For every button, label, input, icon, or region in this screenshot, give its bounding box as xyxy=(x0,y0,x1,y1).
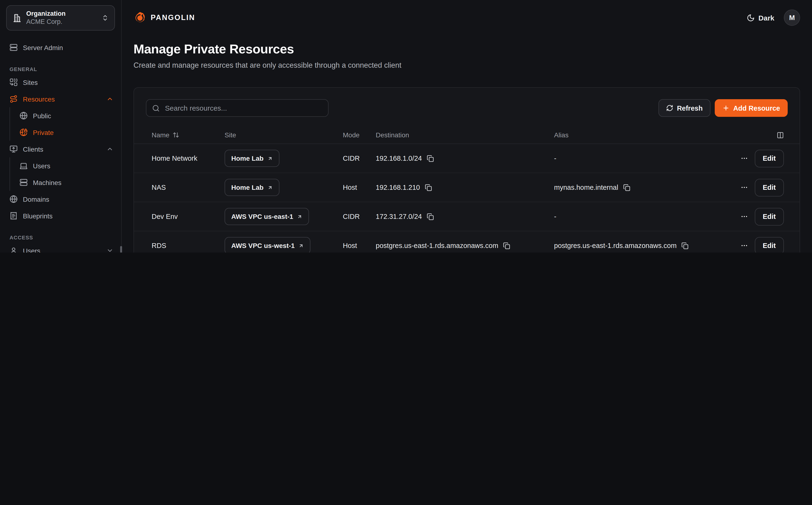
resource-destination: 172.31.27.0/24 xyxy=(376,213,422,220)
sidebar-item-label: Users xyxy=(23,247,40,252)
clients-subnav: Users Machines xyxy=(10,157,114,191)
route-icon xyxy=(10,95,18,103)
sidebar-item-machines[interactable]: Machines xyxy=(20,174,114,191)
resource-destination: postgres.us-east-1.rds.amazonaws.com xyxy=(376,242,498,249)
sidebar-item-client-users[interactable]: Users xyxy=(20,157,114,174)
section-label-general: GENERAL xyxy=(10,65,114,73)
sidebar-item-clients[interactable]: Clients xyxy=(10,141,114,157)
resource-alias: mynas.home.internal xyxy=(554,184,618,191)
chevrons-up-down-icon xyxy=(102,14,109,21)
columns-toggle-button[interactable] xyxy=(777,131,784,139)
resource-alias: postgres.us-east-1.rds.amazonaws.com xyxy=(554,242,676,249)
card-toolbar: Refresh Add Resource xyxy=(146,99,788,117)
theme-toggle[interactable]: Dark xyxy=(747,14,774,22)
site-link[interactable]: Home Lab xyxy=(225,150,279,167)
sidebar-item-resources[interactable]: Resources xyxy=(10,91,114,107)
edit-button[interactable]: Edit xyxy=(755,208,784,225)
server-icon xyxy=(20,178,28,186)
row-menu-button[interactable] xyxy=(740,155,748,162)
add-resource-label: Add Resource xyxy=(733,104,780,112)
chevron-down-icon xyxy=(106,247,114,252)
resource-destination: 192.168.1.210 xyxy=(376,184,420,191)
sidebar-item-label: Server Admin xyxy=(23,44,63,51)
sidebar-item-label: Domains xyxy=(23,195,49,203)
sidebar-item-label: Clients xyxy=(23,145,43,153)
copy-icon[interactable] xyxy=(427,213,434,220)
row-menu-button[interactable] xyxy=(740,242,748,249)
app-window: Organization ACME Corp. Server Admin GEN… xyxy=(0,0,812,252)
search-input[interactable] xyxy=(164,104,322,113)
edit-button[interactable]: Edit xyxy=(755,237,784,252)
resource-mode: Host xyxy=(343,242,376,249)
column-header-name[interactable]: Name xyxy=(152,131,225,139)
column-header-mode: Mode xyxy=(343,131,376,139)
globe-lock-icon xyxy=(20,128,28,136)
site-link[interactable]: AWS VPC us-east-1 xyxy=(225,208,309,225)
resource-alias: - xyxy=(554,213,557,220)
column-header-destination: Destination xyxy=(376,131,554,139)
page-subtitle: Create and manage resources that are onl… xyxy=(134,60,800,70)
resource-alias: - xyxy=(554,155,557,162)
sidebar: Organization ACME Corp. Server Admin GEN… xyxy=(0,0,122,252)
row-menu-button[interactable] xyxy=(740,184,748,191)
add-resource-button[interactable]: Add Resource xyxy=(715,99,788,117)
column-header-site: Site xyxy=(225,131,343,139)
refresh-icon xyxy=(666,105,673,112)
resource-name: Dev Env xyxy=(152,213,225,220)
brand[interactable]: PANGOLIN xyxy=(134,11,195,24)
avatar[interactable]: M xyxy=(784,10,800,26)
site-link[interactable]: AWS VPC us-west-1 xyxy=(225,237,311,252)
pangolin-logo-icon xyxy=(134,11,146,24)
site-link[interactable]: Home Lab xyxy=(225,179,279,196)
copy-icon[interactable] xyxy=(503,242,510,249)
column-header-actions xyxy=(740,131,784,139)
globe-icon xyxy=(10,195,18,203)
copy-icon[interactable] xyxy=(427,155,434,162)
sites-icon xyxy=(10,78,18,86)
chevron-up-icon xyxy=(106,96,114,103)
refresh-label: Refresh xyxy=(677,104,702,112)
resource-mode: CIDR xyxy=(343,213,376,220)
resources-subnav: Public Private xyxy=(10,107,114,141)
plus-icon xyxy=(722,105,729,112)
sidebar-item-blueprints[interactable]: Blueprints xyxy=(10,207,114,224)
sidebar-item-server-admin[interactable]: Server Admin xyxy=(10,39,114,56)
table-row: Home Network Home Lab CIDR 192.168.1.0/2… xyxy=(134,144,800,173)
sidebar-item-private[interactable]: Private xyxy=(20,124,114,141)
row-menu-button[interactable] xyxy=(740,213,748,220)
chevron-up-icon xyxy=(106,145,114,153)
copy-icon[interactable] xyxy=(681,242,688,249)
sidebar-item-public[interactable]: Public xyxy=(20,107,114,124)
edit-button[interactable]: Edit xyxy=(755,150,784,167)
sidebar-resize-handle[interactable] xyxy=(120,246,122,252)
server-icon xyxy=(10,43,18,51)
sidebar-item-sites[interactable]: Sites xyxy=(10,74,114,91)
search-icon xyxy=(152,104,160,112)
resource-mode: Host xyxy=(343,184,376,191)
org-selector[interactable]: Organization ACME Corp. xyxy=(6,5,115,30)
globe-icon xyxy=(20,112,28,120)
table-row: NAS Home Lab Host 192.168.1.210 mynas.ho… xyxy=(134,173,800,202)
arrow-up-right-icon xyxy=(267,156,272,161)
arrow-up-right-icon xyxy=(267,185,272,190)
resources-card: Refresh Add Resource Name xyxy=(134,87,800,252)
copy-icon[interactable] xyxy=(425,184,432,191)
sidebar-item-label: Machines xyxy=(33,179,61,186)
sidebar-item-label: Resources xyxy=(23,95,55,103)
moon-icon xyxy=(747,14,755,22)
sidebar-item-users[interactable]: Users xyxy=(10,242,114,252)
copy-icon[interactable] xyxy=(623,184,630,191)
brand-name: PANGOLIN xyxy=(151,13,195,22)
laptop-icon xyxy=(20,162,28,170)
resource-name: RDS xyxy=(152,242,225,249)
table-row: Dev Env AWS VPC us-east-1 CIDR 172.31.27… xyxy=(134,202,800,231)
main-content: PANGOLIN Dark M Manage Private Resources… xyxy=(122,0,812,252)
edit-button[interactable]: Edit xyxy=(755,179,784,196)
org-selector-label: Organization xyxy=(26,10,65,17)
avatar-initial: M xyxy=(789,14,795,21)
search-box xyxy=(146,99,329,117)
sidebar-item-domains[interactable]: Domains xyxy=(10,191,114,207)
refresh-button[interactable]: Refresh xyxy=(658,99,710,117)
arrow-up-right-icon xyxy=(297,214,302,219)
topbar: PANGOLIN Dark M xyxy=(134,0,800,35)
